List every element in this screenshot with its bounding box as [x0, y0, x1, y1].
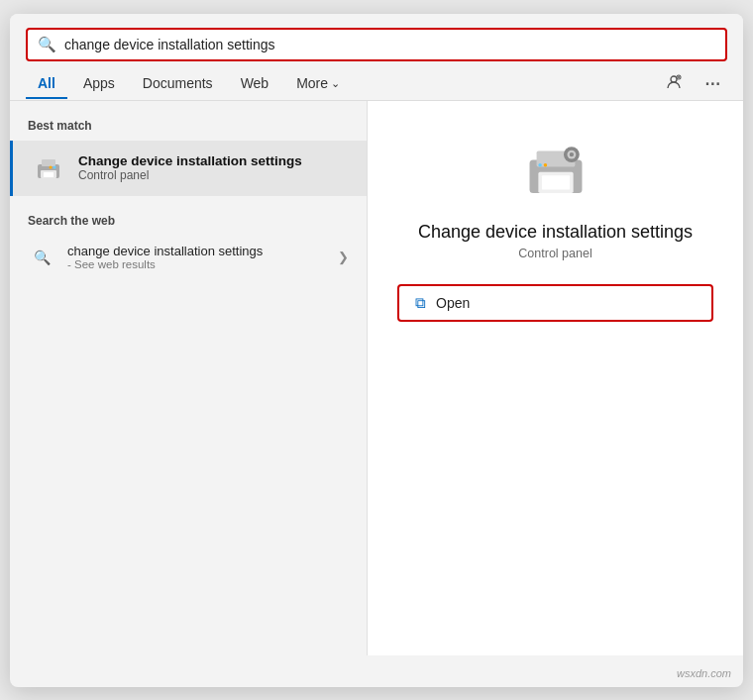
open-button[interactable]: ⧉ Open: [397, 284, 713, 322]
search-icon: 🔍: [38, 36, 56, 53]
more-options-button[interactable]: ⋯: [699, 70, 727, 98]
chevron-down-icon: ⌄: [331, 77, 340, 90]
svg-rect-6: [42, 159, 55, 166]
svg-point-0: [671, 76, 677, 82]
best-match-title: Change device installation settings: [78, 153, 302, 168]
right-panel: Change device installation settings Cont…: [367, 101, 743, 655]
tab-more[interactable]: More ⌄: [284, 69, 352, 99]
svg-point-10: [50, 165, 53, 168]
left-panel: Best match Change device installation se…: [10, 101, 367, 655]
search-input-box[interactable]: 🔍: [26, 28, 727, 61]
web-result-item[interactable]: 🔍 change device installation settings - …: [28, 236, 349, 279]
search-input[interactable]: [64, 37, 715, 52]
tab-web[interactable]: Web: [229, 69, 281, 99]
chevron-right-icon: ❯: [338, 250, 349, 264]
watermark: wsxdn.com: [677, 667, 731, 679]
right-panel-subtitle: Control panel: [518, 247, 592, 260]
search-window: 🔍 All Apps Documents Web More ⌄: [10, 14, 743, 687]
right-panel-icon: [520, 141, 592, 204]
open-label: Open: [436, 295, 470, 311]
web-search-icon: 🔍: [28, 244, 55, 271]
web-result-subtitle: - See web results: [67, 258, 326, 270]
web-result-title: change device installation settings: [67, 244, 326, 258]
search-web-section: Search the web 🔍 change device installat…: [10, 196, 367, 287]
svg-point-9: [54, 165, 56, 168]
svg-rect-14: [541, 175, 569, 189]
svg-point-17: [569, 151, 573, 155]
best-match-label: Best match: [10, 119, 367, 141]
best-match-subtitle: Control panel: [78, 168, 302, 182]
web-result-text: change device installation settings - Se…: [67, 244, 326, 270]
svg-rect-8: [44, 172, 54, 177]
device-large-icon: [520, 141, 592, 200]
best-match-result-item[interactable]: Change device installation settings Cont…: [10, 141, 367, 196]
tab-all[interactable]: All: [26, 69, 67, 99]
svg-point-19: [543, 162, 547, 166]
best-match-text: Change device installation settings Cont…: [78, 153, 302, 182]
tab-apps[interactable]: Apps: [71, 69, 127, 99]
ellipsis-icon: ⋯: [704, 75, 721, 92]
svg-point-18: [538, 162, 542, 166]
device-settings-icon: [31, 150, 66, 186]
nav-tabs-bar: All Apps Documents Web More ⌄: [10, 61, 743, 101]
search-web-label: Search the web: [28, 214, 349, 228]
feedback-button[interactable]: [659, 69, 689, 100]
feedback-icon: [665, 73, 683, 91]
open-external-icon: ⧉: [415, 294, 426, 312]
tab-documents[interactable]: Documents: [131, 69, 225, 99]
nav-action-icons: ⋯: [659, 69, 727, 100]
right-panel-title: Change device installation settings: [418, 222, 693, 243]
main-content-area: Best match Change device installation se…: [10, 101, 743, 655]
search-bar-container: 🔍: [10, 14, 743, 61]
